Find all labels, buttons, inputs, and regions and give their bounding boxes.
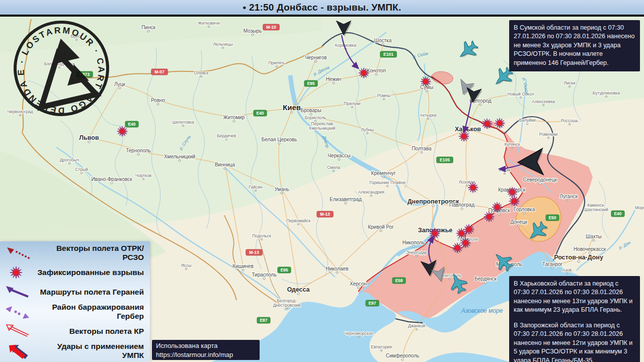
road-badge: М-07	[151, 69, 168, 75]
svg-text:E40: E40	[614, 211, 621, 216]
city-label: Симферополь	[386, 353, 419, 358]
city-dot	[542, 104, 544, 106]
city-dot	[233, 120, 235, 122]
svg-text:E97: E97	[368, 301, 376, 306]
city-dot	[225, 138, 227, 140]
city-label: Купянск	[504, 142, 520, 147]
city-label: Мозырь	[244, 28, 262, 34]
city-dot	[333, 170, 334, 171]
city-dot	[448, 278, 450, 280]
city-dot	[68, 162, 70, 164]
city-label: Подольск	[252, 233, 271, 238]
city-label: Никополь	[403, 240, 425, 245]
city-dot	[518, 225, 520, 227]
city-dot	[413, 245, 415, 247]
city-dot	[80, 172, 82, 173]
svg-text:E58: E58	[395, 278, 403, 283]
otrk-vector-icon	[3, 244, 35, 261]
city-dot	[358, 336, 359, 337]
map-credit-box: Использована карта https://lostarmour.in…	[152, 340, 260, 360]
legend-label: Удары с применением УМПК	[35, 342, 144, 360]
legend-label: Векторы полета КР	[35, 327, 144, 336]
city-dot	[547, 137, 549, 138]
city-dot	[252, 34, 254, 36]
city-dot	[479, 104, 481, 106]
road-badge: E50	[546, 215, 559, 221]
city-label: Луганск	[559, 194, 578, 199]
city-dot	[278, 142, 280, 144]
city-label: Новочеркасск	[574, 246, 606, 252]
city-dot	[383, 98, 384, 100]
city-dot	[382, 43, 384, 45]
city-dot	[333, 82, 335, 84]
city-dot	[416, 255, 417, 256]
lostarmour-stamp-icon: · LOSTARMOUR · CARTHAGO DELENDA EST	[11, 18, 112, 119]
city-dot	[357, 287, 359, 289]
city-label: Лиски	[564, 80, 575, 85]
road-badge: E40	[611, 211, 624, 217]
city-label: Борисполь	[305, 115, 327, 120]
city-label: Гайсин	[249, 185, 263, 190]
city-label: Черноморское	[344, 331, 373, 336]
city-label: Корюковка	[335, 43, 357, 48]
umpk-strike-icon	[3, 342, 35, 359]
city-label: Львов	[79, 134, 99, 141]
info-text-kharkiv: В Харьковской области за период с 07:30 …	[514, 280, 632, 313]
city-dot	[179, 159, 181, 161]
road-badge: E97	[366, 300, 379, 306]
city-label: Дрогобыч	[60, 157, 79, 162]
city-dot	[421, 151, 423, 153]
city-dot	[511, 147, 513, 148]
road-badge: М-13	[246, 249, 263, 255]
city-dot	[569, 123, 570, 125]
svg-text:М-13: М-13	[320, 212, 330, 217]
city-dot	[263, 278, 265, 280]
city-label: Шостка	[374, 38, 392, 43]
map-credit-url: https://lostarmour.info/map	[156, 350, 256, 359]
legend-item-gerber-area: Район барражирования Гербер	[0, 302, 150, 321]
city-dot	[426, 90, 428, 92]
city-label: Северодонецк	[523, 177, 557, 183]
city-label: Лубны	[361, 127, 374, 132]
city-label: Валуйки	[519, 118, 536, 123]
city-dot	[568, 199, 570, 201]
city-label: Полтава	[412, 146, 432, 151]
city-label: Александрия	[358, 190, 384, 195]
info-box-sumy: В Сумской области за период с 07:30 27.0…	[509, 20, 640, 71]
city-dot	[142, 178, 144, 179]
city-dot	[208, 26, 209, 27]
road-badge: М-13	[317, 211, 334, 217]
legend-label: Векторы полета ОТРК/РСЗО	[35, 244, 144, 262]
city-label: Харьков	[455, 126, 481, 133]
city-label: Донецк	[510, 219, 527, 225]
city-dot	[147, 30, 149, 32]
city-label: Яссы	[181, 263, 192, 268]
svg-text:М-10: М-10	[266, 25, 276, 30]
road-badge: E58	[392, 278, 406, 284]
road-badge: E105	[437, 157, 453, 163]
city-dot	[185, 268, 187, 269]
city-label: Ровеньки	[539, 132, 558, 137]
geran-route-icon	[3, 284, 35, 301]
city-dot	[485, 282, 487, 284]
road-badge: E87	[257, 317, 270, 323]
city-label: Ивано-Франковск	[91, 176, 132, 182]
road-badge: E95	[278, 267, 291, 273]
title-divider	[0, 15, 644, 17]
city-label: Ростов-на-Дону	[554, 254, 603, 261]
city-dot	[338, 158, 340, 160]
city-label: Таганрог	[542, 261, 563, 267]
legend-item-umpk-strikes: Удары с применением УМПК	[0, 341, 150, 360]
city-dot	[593, 239, 595, 241]
city-dot	[261, 238, 262, 240]
svg-text:E101: E101	[383, 52, 393, 57]
city-label: Стрый	[75, 167, 88, 172]
city-dot	[224, 167, 226, 169]
city-label: Лельчицы	[213, 42, 233, 47]
legend-item-kr-vectors: Векторы полета КР	[0, 321, 150, 341]
city-dot	[119, 87, 121, 89]
svg-text:E40: E40	[256, 111, 264, 116]
legend-label: Маршруты полета Гераней	[35, 288, 144, 297]
city-dot	[523, 212, 525, 214]
city-label: Каменск-Шахтинский	[584, 203, 608, 212]
